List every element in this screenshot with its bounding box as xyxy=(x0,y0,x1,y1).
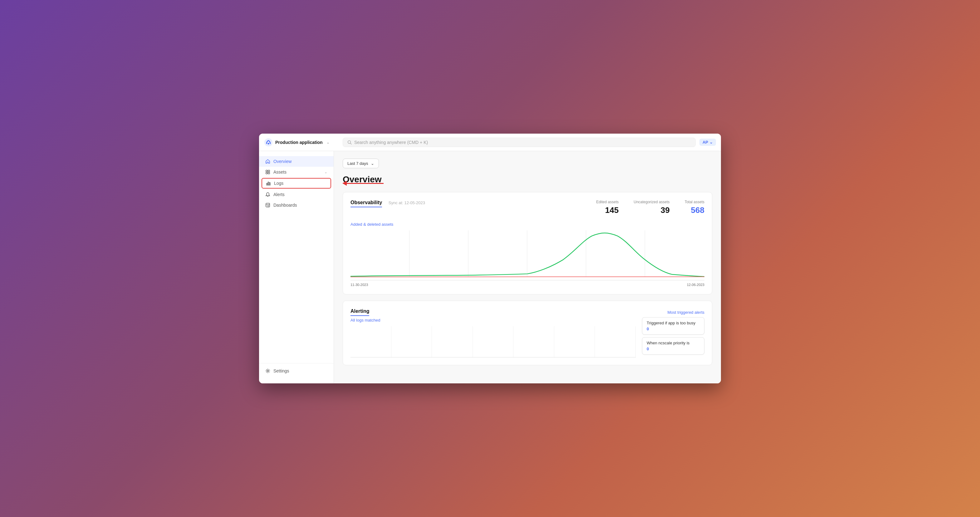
grid-col-5 xyxy=(514,326,554,357)
grid-col-2 xyxy=(391,326,432,357)
sidebar-item-assets-label: Assets xyxy=(274,170,286,175)
alerting-header: Alerting Most triggered alerts xyxy=(350,309,705,316)
grid-icon xyxy=(265,170,270,175)
uncategorized-assets-value: 39 xyxy=(633,205,670,215)
chart-svg xyxy=(350,231,705,280)
chart-date-end: 12-06-2023 xyxy=(687,283,705,286)
grid-col-4 xyxy=(473,326,514,357)
sidebar: Overview Assets ⌄ xyxy=(259,151,334,383)
app-chevron-icon[interactable]: ⌄ xyxy=(326,140,329,145)
date-filter-chevron-icon: ⌄ xyxy=(371,161,374,166)
alert-card-0[interactable]: Triggered if app is too busy 0 xyxy=(642,317,705,335)
assets-chevron-icon: ⌄ xyxy=(324,170,328,174)
svg-rect-11 xyxy=(266,203,270,207)
grid-col-3 xyxy=(432,326,473,357)
search-bar[interactable]: Search anything anywhere (CMD + K) xyxy=(343,138,696,147)
topbar: Production application ⌄ Search anything… xyxy=(259,134,721,151)
bar-chart-icon xyxy=(266,181,271,186)
app-name-label: Production application xyxy=(275,140,323,145)
sidebar-item-logs[interactable]: Logs xyxy=(261,178,331,189)
svg-rect-4 xyxy=(266,170,267,172)
svg-rect-7 xyxy=(268,172,270,174)
stat-uncategorized-assets: Uncategorized assets 39 xyxy=(633,200,670,215)
home-icon xyxy=(265,159,270,164)
observability-title: Observability xyxy=(350,200,382,207)
sidebar-settings-label: Settings xyxy=(274,368,289,374)
layout-icon xyxy=(265,203,270,208)
observability-title-area: Observability Sync at: 12-05-2023 xyxy=(350,200,425,207)
observability-section: Observability Sync at: 12-05-2023 Edited… xyxy=(343,192,712,294)
total-assets-value: 568 xyxy=(685,205,705,215)
sidebar-footer: Settings xyxy=(259,363,334,379)
chart-dates: 11-30-2023 12-06-2023 xyxy=(350,283,705,286)
chart-date-start: 11-30-2023 xyxy=(350,283,368,286)
alerting-body: All logs matched Tr xyxy=(350,317,705,358)
svg-point-0 xyxy=(264,138,272,146)
svg-point-14 xyxy=(267,370,269,372)
observability-chart xyxy=(350,231,705,280)
grid-col-6 xyxy=(554,326,595,357)
sidebar-item-dashboards-label: Dashboards xyxy=(274,203,297,208)
sidebar-item-logs-label: Logs xyxy=(274,181,283,186)
main-content: Last 7 days ⌄ Overview Observability Syn… xyxy=(334,151,721,383)
grid-col-1 xyxy=(350,326,391,357)
observability-header: Observability Sync at: 12-05-2023 Edited… xyxy=(350,200,705,215)
alerting-chart-grid xyxy=(350,326,636,358)
alert-cards-panel: Triggered if app is too busy 0 When ncsc… xyxy=(642,317,705,355)
alerting-chart-area: All logs matched xyxy=(350,317,636,358)
svg-rect-8 xyxy=(267,183,267,185)
grid-col-7 xyxy=(595,326,636,357)
app-logo-icon xyxy=(264,138,273,147)
alert-card-1[interactable]: When ncscale priority is 0 xyxy=(642,337,705,355)
sidebar-item-settings[interactable]: Settings xyxy=(265,368,328,374)
main-layout: Overview Assets ⌄ xyxy=(259,151,721,383)
svg-rect-6 xyxy=(266,172,267,174)
search-icon xyxy=(347,140,352,145)
stat-total-assets: Total assets 568 xyxy=(685,200,705,215)
alerting-title: Alerting xyxy=(350,309,369,316)
alerting-section: Alerting Most triggered alerts All logs … xyxy=(343,301,712,365)
alert-card-0-title: Triggered if app is too busy xyxy=(647,321,700,325)
sync-text: Sync at: 12-05-2023 xyxy=(388,200,425,205)
total-assets-label: Total assets xyxy=(685,200,705,204)
app-logo-area: Production application ⌄ xyxy=(264,138,339,147)
observability-stats: Edited assets 145 Uncategorized assets 3… xyxy=(596,200,705,215)
sidebar-nav: Overview Assets ⌄ xyxy=(259,156,334,363)
date-filter-area: Last 7 days ⌄ xyxy=(343,159,712,168)
user-initials: AP xyxy=(703,140,708,145)
stat-edited-assets: Edited assets 145 xyxy=(596,200,619,215)
edited-assets-label: Edited assets xyxy=(596,200,619,204)
alert-card-1-title: When ncscale priority is xyxy=(647,340,700,345)
added-deleted-link[interactable]: Added & deleted assets xyxy=(350,222,393,227)
sidebar-item-alerts-label: Alerts xyxy=(274,192,285,197)
bell-icon xyxy=(265,192,270,197)
alert-card-0-count: 0 xyxy=(647,326,700,331)
uncategorized-assets-label: Uncategorized assets xyxy=(633,200,670,204)
sidebar-item-dashboards[interactable]: Dashboards xyxy=(259,200,334,210)
svg-rect-5 xyxy=(268,170,270,172)
sidebar-item-assets[interactable]: Assets ⌄ xyxy=(259,167,334,177)
user-avatar-button[interactable]: AP ⌄ xyxy=(699,138,716,146)
sidebar-item-overview-label: Overview xyxy=(274,159,291,164)
most-triggered-link[interactable]: Most triggered alerts xyxy=(668,310,705,315)
settings-icon xyxy=(265,368,270,374)
app-window: Production application ⌄ Search anything… xyxy=(259,134,721,383)
date-filter-label: Last 7 days xyxy=(347,161,368,166)
search-placeholder: Search anything anywhere (CMD + K) xyxy=(354,140,428,145)
svg-rect-9 xyxy=(268,182,269,185)
svg-rect-10 xyxy=(269,183,270,185)
page-title: Overview xyxy=(343,175,712,185)
svg-point-1 xyxy=(268,143,269,144)
sidebar-item-overview[interactable]: Overview xyxy=(259,156,334,167)
edited-assets-value: 145 xyxy=(596,205,619,215)
sidebar-item-alerts[interactable]: Alerts xyxy=(259,189,334,200)
user-chevron-icon: ⌄ xyxy=(710,140,713,145)
alert-card-1-count: 0 xyxy=(647,347,700,351)
date-filter-button[interactable]: Last 7 days ⌄ xyxy=(343,159,379,168)
all-logs-matched-link[interactable]: All logs matched xyxy=(350,318,380,323)
svg-line-3 xyxy=(350,143,352,144)
